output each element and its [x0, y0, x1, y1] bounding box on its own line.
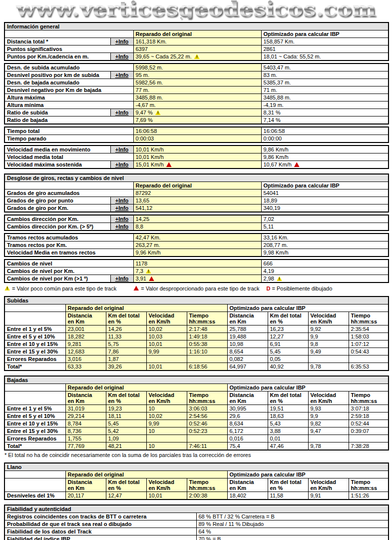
detail-value-reparado: 18,282	[65, 333, 106, 340]
info-button[interactable]: +Info	[110, 146, 133, 154]
detail-value-optimizado: 9,9	[308, 412, 349, 420]
stat-value-optimizado: 4,19	[261, 268, 389, 275]
row-label: Tramos rectos por Km.	[4, 242, 133, 249]
detail-value-optimizado: 6:35:53	[349, 363, 389, 371]
detail-value-reparado: 10,01	[146, 492, 187, 500]
header-line1: Velocidad	[149, 312, 174, 318]
header-line2: hh:mm:ss	[189, 318, 216, 324]
stat-value-reparado: 10,01 Km/h	[133, 154, 261, 161]
column-header-row: Reparado del originalOptimizado para cal…	[4, 182, 389, 190]
detail-value-reparado	[146, 435, 187, 442]
row-label: Ratio de subida	[4, 109, 110, 116]
value-text: 158,857 Km.	[264, 38, 295, 44]
value-text: 39,65 ~ Cada 25,22 m.	[136, 54, 192, 60]
stat-value-reparado: 3485,88 m.	[133, 94, 261, 102]
detail-value-optimizado: 19,488	[227, 333, 268, 340]
value-text: 6397	[136, 46, 148, 52]
header-line2: en %	[270, 398, 283, 404]
value-text: 5403,47 m.	[264, 64, 291, 70]
row-label: Puntos por Km./cadencia en m.	[4, 53, 110, 61]
info-button[interactable]: +Info	[110, 38, 133, 46]
section-llano: LlanoReparado del originalOptimizado par…	[4, 462, 388, 500]
col-header-reparado: Reparado del original	[133, 30, 261, 38]
header-line1: Km del total	[108, 479, 140, 485]
row-label: Desn. de bajada acumulado	[4, 79, 133, 86]
info-button[interactable]: +Info	[110, 223, 133, 231]
detail-value-optimizado: 19,51	[268, 405, 308, 412]
warning-triangle-icon: !	[146, 268, 151, 274]
detail-value-reparado: 12,47	[106, 492, 146, 500]
header-line1: Velocidad	[311, 479, 336, 485]
value-text: 5982,56 m.	[136, 80, 163, 86]
header-line2: hh:mm:ss	[189, 485, 216, 491]
detail-value-optimizado: 2:35:54	[349, 326, 389, 333]
detail-value-optimizado: 30,995	[227, 405, 268, 412]
col-header: Distanciaen Km	[65, 312, 106, 326]
value-text: 7,3	[136, 268, 143, 274]
column-header-row: Reparado del originalOptimizado para cal…	[4, 30, 389, 38]
table-row: Grados de giro por punto+Info13,6518,89	[4, 197, 389, 204]
value-text: 10,67 Km/h	[264, 162, 292, 168]
stat-value-reparado: 10,01 Km/h	[133, 146, 261, 154]
header-line1: Distancia	[230, 479, 254, 485]
detail-value-optimizado: 5,43	[268, 420, 308, 428]
stats-table: Tramos rectos acumulados42,47 Km.33,16 K…	[4, 233, 389, 257]
row-label: Puntos significativos	[4, 46, 133, 53]
section-title: Desglose de giros, rectas y cambios de n…	[4, 174, 389, 182]
row-label: Desniveles del 1%	[4, 492, 65, 500]
info-button[interactable]: +Info	[110, 161, 133, 169]
stat-value-optimizado: -4,19 m.	[261, 102, 389, 109]
header-line2: hh:mm:ss	[351, 485, 378, 491]
info-button[interactable]: +Info	[110, 204, 133, 212]
row-label: Velocidad máxima sostenida	[4, 161, 110, 169]
stat-value-reparado: 14,25	[133, 215, 261, 223]
stat-value-optimizado: 2861	[261, 46, 389, 53]
row-label: Tramos rectos acumulados	[4, 234, 133, 242]
info-button[interactable]: +Info	[110, 53, 133, 61]
section-title: Fiabilidad y autenticidad	[4, 505, 389, 513]
header-line2: en Km/h	[311, 485, 332, 491]
value-text: 5998,52 m.	[136, 64, 163, 70]
stats-table: Tiempo total16:06:5816:06:58Tiempo parad…	[4, 126, 389, 143]
value-text: 666	[264, 260, 273, 266]
detail-value-reparado: 9,281	[65, 340, 106, 348]
info-button[interactable]: +Info	[110, 197, 133, 204]
section-subidas: SubidasReparado del originalOptimizado p…	[4, 296, 388, 371]
stat-value-reparado: 16:06:58	[133, 127, 261, 135]
value-text: 54041	[264, 190, 279, 196]
row-label: Grados de giro acumulados	[4, 190, 133, 197]
row-label: Entre el 10 y el 15%	[4, 340, 65, 348]
fiabilidad-value: 70 % = B	[196, 536, 389, 540]
detail-value-reparado: 9,99	[146, 348, 187, 356]
detail-value-optimizado: 1:07:12	[349, 340, 389, 348]
col-header: Tiempohh:mm:ss	[187, 312, 227, 326]
section-title-row: Información general	[4, 22, 389, 30]
row-label: Desnivel negativo por Km de bajada	[4, 86, 133, 94]
legend-warn-text: = Valor poco común para este tipo de tra…	[12, 286, 116, 292]
col-header: Distanciaen Km	[65, 478, 106, 492]
info-button[interactable]: +Info	[110, 72, 133, 79]
detail-value-optimizado	[349, 435, 389, 442]
info-button[interactable]: +Info	[110, 275, 133, 283]
row-label: Total*	[4, 442, 65, 450]
detail-value-reparado: 5,42	[106, 428, 146, 435]
row-label: Errores Reparados	[4, 356, 65, 363]
detail-value-optimizado: 40,92	[268, 363, 308, 371]
table-row: Desniveles del 1%20,11712,4710,012:00:38…	[4, 492, 389, 500]
stats-table: Desn. de subida acumulado5998,52 m.5403,…	[4, 63, 389, 124]
row-label: Velocidad Media en tramos rectos	[4, 249, 133, 257]
table-row: Entre el 10 y el 15%9,2815,7510,010:55:3…	[4, 340, 389, 348]
table-row: Cambios dirección por Km. (> 5º)+Info8,8…	[4, 223, 389, 231]
info-button[interactable]: +Info	[110, 215, 133, 223]
row-label: Errores Reparados	[4, 435, 65, 442]
stat-value-reparado: 0:00:03	[133, 135, 261, 143]
detail-value-optimizado	[308, 356, 349, 363]
header-line2: en %	[108, 485, 121, 491]
value-text: 161,318 Km.	[136, 38, 167, 44]
info-button[interactable]: +Info	[110, 109, 133, 116]
group-header-optimizado: Optimizado para calcular IBP	[227, 384, 389, 392]
group-header-optimizado: Optimizado para calcular IBP	[227, 471, 389, 478]
detail-value-reparado: 3:06:03	[187, 405, 227, 412]
detail-value-reparado	[187, 435, 227, 442]
detail-value-reparado: 5,75	[106, 340, 146, 348]
